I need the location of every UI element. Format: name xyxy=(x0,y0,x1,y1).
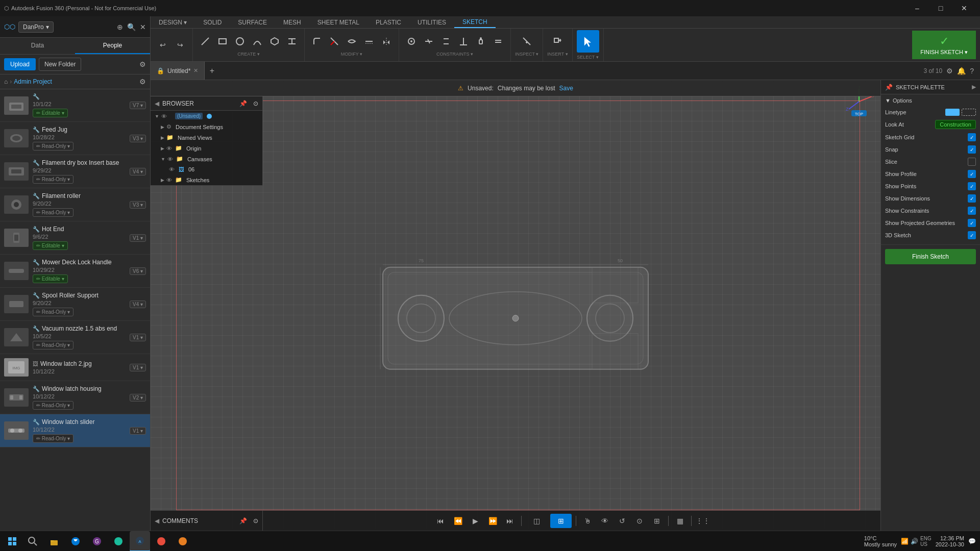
network-icon[interactable]: 📶 xyxy=(901,538,909,545)
canvas-area[interactable]: ⚠ Unsaved: Changes may be lost Save ◀ BR… xyxy=(151,80,880,531)
close-panel-button[interactable]: ✕ xyxy=(140,23,146,31)
new-tab-button[interactable]: + xyxy=(205,64,219,78)
construction-button[interactable]: Construction xyxy=(935,120,976,129)
list-item[interactable]: 🔧 Feed Jug 10/28/22 ✏ Read-Only ▾ V3 ▾ xyxy=(0,122,150,155)
undo-button[interactable]: ↩ xyxy=(155,37,171,53)
display-settings-button[interactable]: ▦ xyxy=(673,514,687,528)
show-projected-checkbox[interactable]: ✓ xyxy=(968,219,976,227)
circle-tool-button[interactable] xyxy=(232,33,248,49)
inspect-button[interactable] xyxy=(519,33,535,49)
polygon-tool-button[interactable] xyxy=(266,33,283,49)
tab-sheetmetal[interactable]: SHEET METAL xyxy=(309,16,368,28)
taskbar-app3-button[interactable] xyxy=(151,531,172,552)
taskbar-app4-button[interactable] xyxy=(173,531,193,552)
rectangle-tool-button[interactable] xyxy=(214,33,231,49)
timeline-view-button[interactable]: ◫ xyxy=(526,514,547,528)
trim-tool-button[interactable] xyxy=(326,33,342,49)
list-item[interactable]: 🔧 Hot End 9/6/22 ✏ Editable ▾ V1 ▾ xyxy=(0,221,150,255)
minimize-button[interactable]: – xyxy=(905,0,929,16)
snap-checkbox[interactable]: ✓ xyxy=(968,145,976,154)
mirror-tool-button[interactable] xyxy=(378,33,395,49)
browser-item-named-views[interactable]: ▶ 📁 Named Views xyxy=(151,132,262,143)
tab-design[interactable]: DESIGN ▾ xyxy=(151,16,195,28)
maximize-button[interactable]: □ xyxy=(929,0,952,16)
upload-button[interactable]: Upload xyxy=(4,58,36,70)
visibility-icon[interactable]: 👁 xyxy=(166,177,172,183)
fillet-tool-button[interactable] xyxy=(309,33,325,49)
settings-tab-button[interactable]: ⚙ xyxy=(946,67,953,75)
project-name[interactable]: Admin Project xyxy=(14,78,52,85)
collinear-button[interactable] xyxy=(421,33,437,49)
text-tool-button[interactable] xyxy=(284,33,300,49)
browser-item-sketches[interactable]: ▶ 👁 📁 Sketches xyxy=(151,174,262,185)
list-item[interactable]: 🔧 Window latch slider 10/12/22 ✏ Read-On… xyxy=(0,414,150,447)
visibility-icon[interactable]: 👁 xyxy=(166,145,172,152)
comments-expand-icon[interactable]: ◀ xyxy=(155,517,159,524)
close-tab-button[interactable]: ✕ xyxy=(193,67,198,74)
browser-pin-icon[interactable]: 📌 xyxy=(239,100,247,107)
offset-tool-button[interactable] xyxy=(361,33,377,49)
insert-button[interactable] xyxy=(549,33,566,49)
playback-play-button[interactable]: ▶ xyxy=(468,514,482,528)
navigation-mode-button[interactable]: 🖱 xyxy=(580,514,595,528)
tab-solid[interactable]: SOLID xyxy=(195,16,230,28)
list-item[interactable]: 🔧 10/1/22 ✏ Editable ▾ V7 ▾ xyxy=(0,89,150,122)
browser-item-canvas-06[interactable]: 👁 🖼 06 xyxy=(151,164,262,174)
tab-plastic[interactable]: PLASTIC xyxy=(368,16,409,28)
list-item[interactable]: 🔧 Filament roller 9/20/22 ✏ Read-Only ▾ … xyxy=(0,188,150,221)
taskbar-search-button[interactable] xyxy=(22,531,43,552)
active-doc-tab[interactable]: 🔒 Untitled* ✕ xyxy=(151,62,205,80)
browser-options-icon[interactable]: ⊙ xyxy=(253,100,258,107)
settings-icon-button[interactable]: ⚙ xyxy=(139,60,146,68)
create-new-button[interactable]: ⊕ xyxy=(117,23,123,31)
playback-next-button[interactable]: ⏩ xyxy=(485,514,500,528)
browser-item-canvases[interactable]: ▼ 👁 📁 Canvases xyxy=(151,154,262,164)
3d-sketch-checkbox[interactable]: ✓ xyxy=(968,231,976,239)
list-item[interactable]: IMG 🖼 Window latch 2.jpg 10/12/22 V1 ▾ xyxy=(0,354,150,381)
equal-button[interactable] xyxy=(490,33,506,49)
notifications-button[interactable]: 🔔 xyxy=(957,67,966,75)
look-at-button[interactable]: 👁 xyxy=(598,514,612,528)
taskbar-files-button[interactable] xyxy=(44,531,64,552)
zoom-fit-button[interactable]: ⊙ xyxy=(632,514,647,528)
list-item[interactable]: 🔧 Spool Roller Support 9/20/22 ✏ Read-On… xyxy=(0,288,150,321)
sketch-grid-checkbox[interactable]: ✓ xyxy=(968,133,976,141)
home-icon[interactable]: ⌂ xyxy=(4,78,8,85)
playback-prev-button[interactable]: ⏪ xyxy=(451,514,465,528)
help-button[interactable]: ? xyxy=(970,67,974,75)
redo-button[interactable]: ↪ xyxy=(172,37,188,53)
visibility-icon[interactable]: 👁 xyxy=(167,156,173,162)
perpendicular-button[interactable] xyxy=(455,33,472,49)
new-folder-button[interactable]: New Folder xyxy=(39,58,81,71)
save-link[interactable]: Save xyxy=(559,85,573,92)
show-profile-checkbox[interactable]: ✓ xyxy=(968,170,976,178)
browser-item-doc-settings[interactable]: ▶ ⚙ Document Settings xyxy=(151,121,262,132)
finish-sketch-bottom-button[interactable]: Finish Sketch xyxy=(885,249,976,264)
taskbar-clock[interactable]: 12:36 PM 2022-10-30 xyxy=(936,535,964,547)
linetype-dashed-button[interactable] xyxy=(962,109,976,116)
show-constraints-checkbox[interactable]: ✓ xyxy=(968,207,976,215)
visibility-icon[interactable]: 👁 xyxy=(169,166,175,172)
project-settings-button[interactable]: ⚙ xyxy=(139,78,146,86)
tab-people[interactable]: People xyxy=(75,38,150,54)
playback-end-button[interactable]: ⏭ xyxy=(503,514,517,528)
tab-sketch[interactable]: SKETCH xyxy=(454,16,496,28)
tab-utilities[interactable]: UTILITIES xyxy=(409,16,454,28)
show-points-checkbox[interactable]: ✓ xyxy=(968,182,976,190)
start-button[interactable] xyxy=(4,533,20,549)
options-header[interactable]: ▼ Options xyxy=(885,97,976,104)
comments-pin-icon[interactable]: 📌 xyxy=(239,517,247,524)
comments-options-icon[interactable]: ⊙ xyxy=(253,517,258,524)
close-button[interactable]: ✕ xyxy=(952,0,976,16)
taskbar-app2-button[interactable] xyxy=(108,531,129,552)
select-button[interactable] xyxy=(577,30,599,53)
list-item[interactable]: 🔧 Window latch housing 10/12/22 ✏ Read-O… xyxy=(0,381,150,414)
browser-item-origin[interactable]: ▶ 👁 📁 Origin xyxy=(151,143,262,154)
taskbar-app1-button[interactable]: G xyxy=(87,531,107,552)
list-item[interactable]: 🔧 Mower Deck Lock Handle 10/29/22 ✏ Edit… xyxy=(0,255,150,288)
tab-surface[interactable]: SURFACE xyxy=(230,16,275,28)
parallel-button[interactable] xyxy=(438,33,454,49)
notification-center-icon[interactable]: 💬 xyxy=(968,538,976,545)
volume-icon[interactable]: 🔊 xyxy=(911,538,918,545)
arc-tool-button[interactable] xyxy=(249,33,265,49)
